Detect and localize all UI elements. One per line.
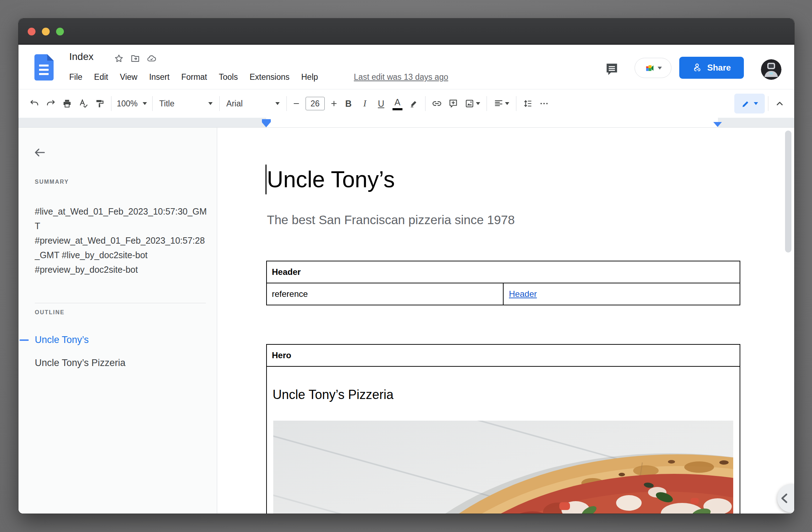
print-button[interactable] [59,95,75,112]
underline-button[interactable]: U [373,95,389,112]
maximize-window-button[interactable] [56,28,64,35]
window-titlebar [18,18,794,45]
editing-mode-dropdown-icon [754,102,758,105]
horizontal-ruler [18,118,794,128]
paint-format-button[interactable] [92,95,108,112]
close-window-button[interactable] [28,28,35,35]
menu-format[interactable]: Format [181,72,207,82]
hero-table[interactable]: Hero Uncle Tony’s Pizzeria [266,344,740,514]
menu-view[interactable]: View [120,72,137,82]
line-spacing-button[interactable] [520,95,536,112]
redo-button[interactable] [43,95,59,112]
app-window: Index File Edit View Insert Format Tools… [18,18,794,514]
hide-side-panel-button[interactable] [777,484,794,512]
zoom-value: 100% [117,99,138,109]
decrease-font-size-button[interactable] [290,95,303,112]
highlight-color-button[interactable] [406,95,422,112]
hero-table-title-cell[interactable]: Hero [267,345,740,367]
doc-title-line[interactable]: Uncle Tony’s [265,165,395,194]
doc-title-text[interactable]: Uncle Tony’s [267,165,395,194]
undo-button[interactable] [26,95,43,112]
align-button[interactable] [490,95,513,112]
ruler-text-area [266,118,718,127]
last-edit-link[interactable]: Last edit was 13 days ago [354,72,448,82]
hero-heading-text[interactable]: Uncle Tony’s Pizzeria [273,387,734,402]
add-comment-button[interactable] [445,95,461,112]
italic-glyph: I [363,99,366,109]
menu-tools[interactable]: Tools [219,72,238,82]
menu-extensions[interactable]: Extensions [249,72,290,82]
outline-item-uncle-tonys[interactable]: Uncle Tony’s [35,334,89,345]
document-summary-sidebar: SUMMARY #live_at_Wed_01_Feb_2023_10:57:3… [18,128,217,514]
paragraph-style-select[interactable]: Title [156,95,216,112]
editing-mode-button[interactable] [734,94,765,113]
header-link[interactable]: Header [509,289,537,299]
menu-help[interactable]: Help [301,72,318,82]
hide-menus-button[interactable] [772,95,788,112]
pencil-edit-icon [741,99,751,108]
pizza-image[interactable] [273,421,733,514]
chevron-left-icon [777,484,794,512]
menu-edit[interactable]: Edit [94,72,108,82]
more-options-button[interactable] [536,95,552,112]
style-dropdown-icon [208,102,213,105]
italic-button[interactable]: I [357,95,373,112]
increase-font-size-button[interactable] [328,95,340,112]
left-indent-marker[interactable] [262,119,271,127]
zoom-dropdown-icon [143,102,147,105]
bold-glyph: B [345,99,352,109]
text-color-button[interactable]: A [389,95,406,112]
font-dropdown-icon [275,102,280,105]
zoom-select[interactable]: 100% [115,95,149,112]
align-dropdown-icon [505,102,509,105]
image-dropdown-icon [476,102,480,105]
outline-item-uncle-tonys-pizzeria[interactable]: Uncle Tony’s Pizzeria [35,358,126,368]
header-table[interactable]: Header reference Header [266,261,740,305]
share-button[interactable]: Share [679,57,744,79]
menu-insert[interactable]: Insert [149,72,170,82]
account-avatar[interactable] [761,59,781,80]
document-editing-surface[interactable]: Uncle Tony’s The best San Franciscan piz… [217,128,794,514]
doc-subtitle-text[interactable]: The best San Franciscan pizzeria since 1… [267,213,515,227]
open-comment-history-button[interactable] [604,62,620,77]
pizza-illustration [273,421,733,514]
document-status-cloud-icon[interactable] [146,53,157,64]
spellcheck-button[interactable] [75,95,92,112]
google-meet-icon [644,63,655,73]
join-meet-button[interactable] [635,58,671,78]
font-size-input[interactable]: 26 [306,97,325,110]
menu-file[interactable]: File [69,72,82,82]
header-table-title-cell[interactable]: Header [267,261,740,283]
star-icon[interactable] [114,53,124,64]
bold-button[interactable]: B [340,95,357,112]
share-button-label: Share [707,63,731,73]
font-family-value: Arial [226,99,243,109]
move-to-folder-icon[interactable] [130,53,141,64]
header-table-reference-cell[interactable]: reference [267,283,504,305]
sidebar-divider [35,303,206,303]
font-family-select[interactable]: Arial [223,95,283,112]
text-cursor [265,165,267,194]
text-color-swatch [393,108,402,110]
docs-header: Index File Edit View Insert Format Tools… [18,45,794,89]
insert-image-button[interactable] [461,95,483,112]
window-controls [28,28,64,35]
text-color-glyph: A [394,97,400,107]
underline-glyph: U [378,99,384,109]
minimize-window-button[interactable] [42,28,50,35]
paragraph-style-value: Title [159,99,175,109]
formatting-toolbar: 100% Title Arial 26 B I U [18,89,794,118]
insert-link-button[interactable] [429,95,445,112]
outline-section-label: OUTLINE [35,309,65,316]
summary-section-label: SUMMARY [35,179,69,185]
summary-text: #live_at_Wed_01_Feb_2023_10:57:30_GMT #p… [35,204,207,277]
share-lock-person-icon [692,62,703,73]
vertical-scrollbar-thumb[interactable] [785,131,791,253]
outline-active-indicator [20,339,29,341]
close-sidebar-back-arrow-icon[interactable] [33,146,49,162]
font-size-value: 26 [311,99,320,109]
right-indent-marker[interactable] [713,122,722,127]
header-table-link-cell[interactable]: Header [504,283,740,305]
google-docs-logo-icon[interactable] [34,54,54,81]
document-title[interactable]: Index [69,51,94,62]
